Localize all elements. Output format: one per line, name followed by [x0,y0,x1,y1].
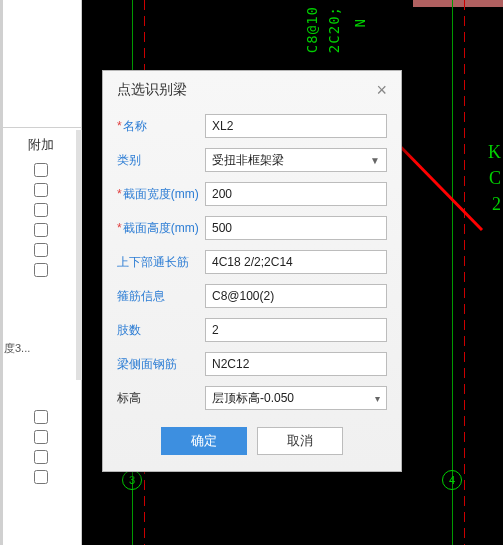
row-sidebar: 梁侧面钢筋 [103,347,401,381]
beam-recognition-dialog: 点选识别梁 × 名称 类别 受扭非框架梁 ▼ 截面宽度(mm) 截面高度(mm)… [102,70,402,472]
attach-checkbox[interactable] [34,263,48,277]
attach-checkbox[interactable] [34,163,48,177]
select-elevation-value: 层顶标高-0.050 [212,390,294,407]
checkbox-column-top [0,159,81,277]
input-height[interactable] [205,216,387,240]
label-longbar: 上下部通长筋 [117,254,205,271]
left-side-panel: 附加 度3... [0,0,82,545]
row-height: 截面高度(mm) [103,211,401,245]
label-limbs: 肢数 [117,322,205,339]
row-elevation: 标高 层顶标高-0.050 ▾ [103,381,401,415]
attach-checkbox[interactable] [34,183,48,197]
dialog-title: 点选识别梁 [117,81,187,99]
attach-checkbox[interactable] [34,430,48,444]
attach-checkbox[interactable] [34,470,48,484]
input-width[interactable] [205,182,387,206]
attach-checkbox[interactable] [34,223,48,237]
close-icon[interactable]: × [376,81,387,99]
chevron-down-icon: ▼ [370,155,380,166]
attach-checkbox[interactable] [34,450,48,464]
row-name: 名称 [103,109,401,143]
input-limbs[interactable] [205,318,387,342]
select-elevation[interactable]: 层顶标高-0.050 ▾ [205,386,387,410]
ok-button[interactable]: 确定 [161,427,247,455]
label-elevation: 标高 [117,390,205,407]
cancel-button[interactable]: 取消 [257,427,343,455]
label-width: 截面宽度(mm) [117,186,205,203]
dialog-button-row: 确定 取消 [103,415,401,471]
truncated-label: 度3... [0,341,81,356]
row-width: 截面宽度(mm) [103,177,401,211]
row-limbs: 肢数 [103,313,401,347]
attach-column-header: 附加 [0,128,81,159]
left-edge [0,0,3,545]
row-stirrup: 箍筋信息 [103,279,401,313]
label-stirrup: 箍筋信息 [117,288,205,305]
attach-checkbox[interactable] [34,243,48,257]
input-longbar[interactable] [205,250,387,274]
attach-checkbox[interactable] [34,410,48,424]
label-height: 截面高度(mm) [117,220,205,237]
left-header-blank [0,0,81,128]
row-type: 类别 受扭非框架梁 ▼ [103,143,401,177]
label-name: 名称 [117,118,205,135]
attach-checkbox[interactable] [34,203,48,217]
input-sidebar[interactable] [205,352,387,376]
chevron-down-icon: ▾ [375,393,380,404]
label-sidebar: 梁侧面钢筋 [117,356,205,373]
label-type: 类别 [117,152,205,169]
input-name[interactable] [205,114,387,138]
select-type[interactable]: 受扭非框架梁 ▼ [205,148,387,172]
checkbox-column-bottom [0,406,81,484]
select-type-value: 受扭非框架梁 [212,152,284,169]
dialog-titlebar: 点选识别梁 × [103,71,401,109]
input-stirrup[interactable] [205,284,387,308]
row-longbar: 上下部通长筋 [103,245,401,279]
